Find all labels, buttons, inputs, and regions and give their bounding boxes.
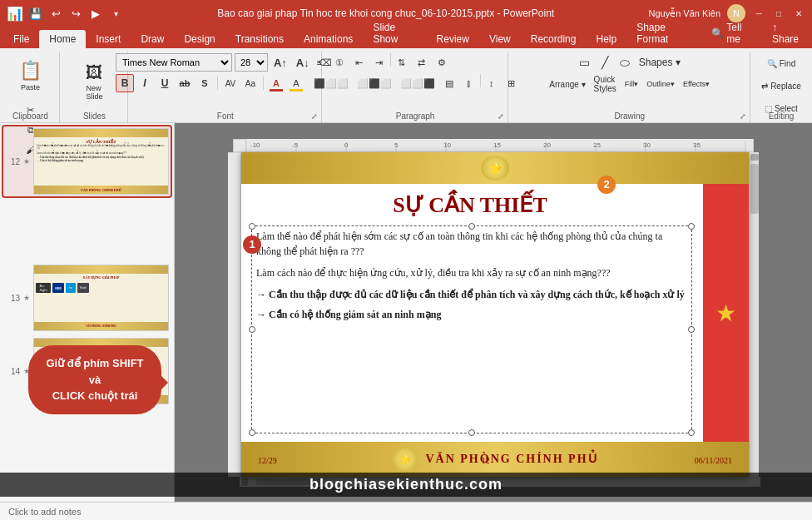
- line-spacing-btn[interactable]: ↕: [483, 74, 501, 92]
- text-direction-btn[interactable]: ⇅: [393, 53, 411, 72]
- change-case-btn[interactable]: Aa: [241, 74, 260, 92]
- svg-text:0: 0: [344, 141, 349, 149]
- undo-qat-btn[interactable]: ↩: [48, 6, 63, 21]
- paste-icon: 📋: [19, 60, 42, 82]
- tab-draw[interactable]: Draw: [131, 30, 174, 48]
- slide-canvas[interactable]: ⭐ ★ SỰ CẦN THIẾT: [241, 152, 749, 477]
- shadow-btn[interactable]: S: [196, 74, 214, 92]
- tab-transitions[interactable]: Transitions: [225, 30, 294, 48]
- shape-oval[interactable]: ⬭: [616, 53, 634, 72]
- tell-me-btn[interactable]: 🔍Tell me: [701, 18, 762, 48]
- slides-label: Slides: [83, 111, 106, 121]
- tab-file[interactable]: File: [3, 30, 39, 48]
- handle-br[interactable]: [688, 429, 695, 436]
- drawing-label: Drawing: [614, 111, 645, 121]
- handle-tr[interactable]: [688, 223, 695, 230]
- find-btn[interactable]: 🔍 Find: [763, 53, 800, 73]
- shapes-btn[interactable]: Shapes ▾: [636, 53, 684, 72]
- balloon-text: Giữ để phím SHIFT vàCLICK chuột trái: [46, 357, 143, 402]
- annotation-balloon: Giữ để phím SHIFT vàCLICK chuột trái: [28, 345, 161, 414]
- badge-2-overlay: 2: [597, 176, 616, 194]
- convert-text-btn[interactable]: ⇄: [413, 53, 431, 72]
- ribbon-group-font: Times New Roman 28 A↑ A↓ ⌫ B I U ab S AV…: [130, 52, 322, 122]
- highlight-btn[interactable]: A: [287, 74, 305, 92]
- scroll-up-arrow[interactable]: [750, 154, 759, 161]
- increase-indent-btn[interactable]: ⇥: [370, 53, 389, 72]
- bullets-btn[interactable]: ≡: [310, 53, 329, 72]
- tab-shapeformat[interactable]: Shape Format: [626, 18, 701, 48]
- ribbon-tabs: File Home Insert Draw Design Transitions…: [0, 27, 812, 48]
- tab-insert[interactable]: Insert: [86, 30, 131, 48]
- svg-text:5: 5: [394, 141, 399, 149]
- font-size-select[interactable]: 28: [235, 53, 268, 72]
- font-dialog-launcher[interactable]: ⤢: [311, 112, 318, 121]
- tab-design[interactable]: Design: [174, 30, 225, 48]
- ruler-area: -10 -5 0 5 10 15 20 25 30: [233, 139, 754, 152]
- footer-numbers: 12/29 12 06/11/2021: [258, 456, 732, 465]
- decrease-indent-btn[interactable]: ⇤: [350, 53, 369, 72]
- columns-btn[interactable]: ⫿: [460, 74, 478, 92]
- qat-dropdown[interactable]: ▾: [108, 6, 123, 21]
- header-gold-bar: ⭐: [241, 152, 749, 184]
- tab-recording[interactable]: Recording: [521, 30, 587, 48]
- shape-fill-btn[interactable]: Fill▾: [621, 75, 642, 93]
- handle-tl[interactable]: [249, 223, 255, 230]
- paragraph-dialog-launcher[interactable]: ⤢: [498, 112, 504, 121]
- replace-icon: ⇄: [761, 82, 768, 91]
- paste-btn[interactable]: 📋 Paste: [15, 53, 46, 98]
- shape-outline-btn[interactable]: Outline▾: [643, 75, 678, 93]
- tab-view[interactable]: View: [479, 30, 521, 48]
- strikethrough-btn[interactable]: ab: [176, 74, 194, 92]
- slides-panel: 12 ★ SỰ CẦN THIẾT Làm thế nào để phát hi…: [0, 123, 175, 502]
- italic-btn[interactable]: I: [136, 74, 154, 92]
- font-name-select[interactable]: Times New Roman: [116, 53, 232, 72]
- smartart-btn[interactable]: ⚙: [433, 53, 451, 72]
- tab-review[interactable]: Review: [427, 30, 479, 48]
- underline-btn[interactable]: U: [156, 74, 174, 92]
- redo-qat-btn[interactable]: ↪: [68, 6, 83, 21]
- save-qat-btn[interactable]: 💾: [28, 6, 43, 21]
- svg-text:20: 20: [543, 141, 551, 149]
- slide-item-13[interactable]: 13 ★ XÂY DỰNG GIẢI PHÁP ArcSight IBM hp …: [3, 263, 171, 333]
- tab-help[interactable]: Help: [586, 30, 626, 48]
- tab-slideshow[interactable]: Slide Show: [363, 18, 426, 48]
- clipboard-label: Clipboard: [12, 111, 48, 121]
- new-slide-icon: 🖼: [86, 63, 102, 82]
- font-color-btn[interactable]: A: [267, 74, 285, 92]
- scroll-thumb[interactable]: [750, 164, 759, 214]
- shape-effects-btn[interactable]: Effects▾: [680, 75, 713, 93]
- share-btn[interactable]: ↑ Share: [762, 18, 812, 48]
- align-right-btn[interactable]: ⬜⬜⬛: [397, 74, 438, 92]
- watermark: blogchiasekienthuc.com: [0, 473, 812, 497]
- arrange-btn[interactable]: Arrange ▾: [546, 75, 588, 93]
- tab-home[interactable]: Home: [39, 30, 86, 48]
- handle-bl[interactable]: [249, 429, 255, 436]
- vertical-scrollbar[interactable]: [749, 152, 759, 477]
- align-left-btn[interactable]: ⬛⬜⬜: [310, 74, 352, 92]
- present-qat-btn[interactable]: ▶: [88, 6, 103, 21]
- char-spacing-btn[interactable]: AV: [221, 74, 240, 92]
- align-justify-btn[interactable]: ▤: [440, 74, 458, 92]
- shape-rect[interactable]: ▭: [576, 53, 594, 72]
- quick-styles-btn[interactable]: QuickStyles: [591, 75, 620, 93]
- numbering-btn[interactable]: ①: [330, 53, 349, 72]
- svg-text:-5: -5: [292, 141, 299, 149]
- drawing-dialog-launcher[interactable]: ⤢: [740, 112, 746, 121]
- handle-bm[interactable]: [468, 429, 475, 436]
- bold-btn[interactable]: B: [116, 74, 134, 92]
- handle-ml[interactable]: [249, 326, 255, 333]
- shape-line[interactable]: ╱: [596, 53, 614, 72]
- svg-text:15: 15: [493, 141, 501, 149]
- tab-animations[interactable]: Animations: [294, 30, 363, 48]
- replace-btn[interactable]: ⇄ Replace: [757, 76, 805, 96]
- star-flag: ★: [715, 299, 736, 326]
- powerpoint-icon: 📊: [7, 6, 23, 22]
- align-center-btn[interactable]: ⬜⬛⬜: [354, 74, 395, 92]
- handle-mr[interactable]: [688, 326, 695, 333]
- ruler-corner: [233, 139, 246, 152]
- slide-canvas-wrapper: ⭐ ★ SỰ CẦN THIẾT: [241, 152, 749, 477]
- user-name: Nguyễn Văn Kiên: [649, 8, 721, 19]
- notes-bar[interactable]: Click to add notes: [0, 502, 812, 520]
- new-slide-btn[interactable]: 🖼 NewSlide: [82, 60, 106, 105]
- increase-font-btn[interactable]: A↑: [270, 53, 290, 72]
